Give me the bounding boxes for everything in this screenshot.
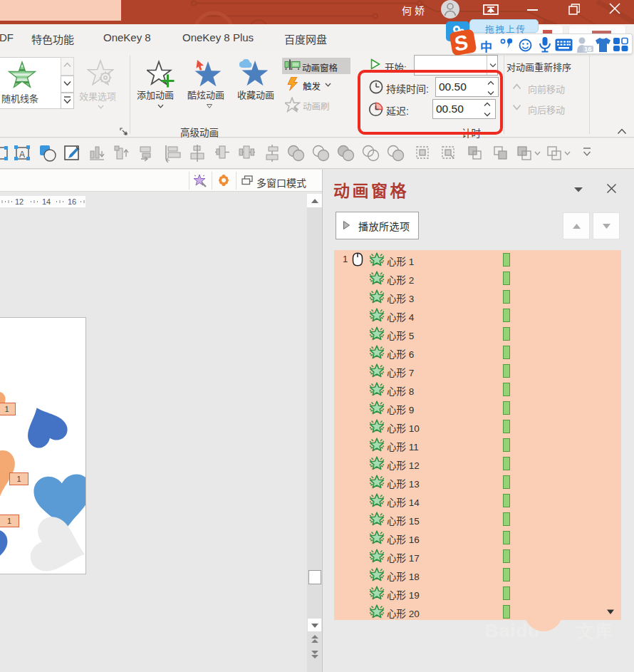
svg-text:12: 12 xyxy=(15,197,24,206)
svg-text:14: 14 xyxy=(42,197,51,206)
svg-text:A: A xyxy=(19,150,25,160)
svg-text:16: 16 xyxy=(68,197,76,206)
